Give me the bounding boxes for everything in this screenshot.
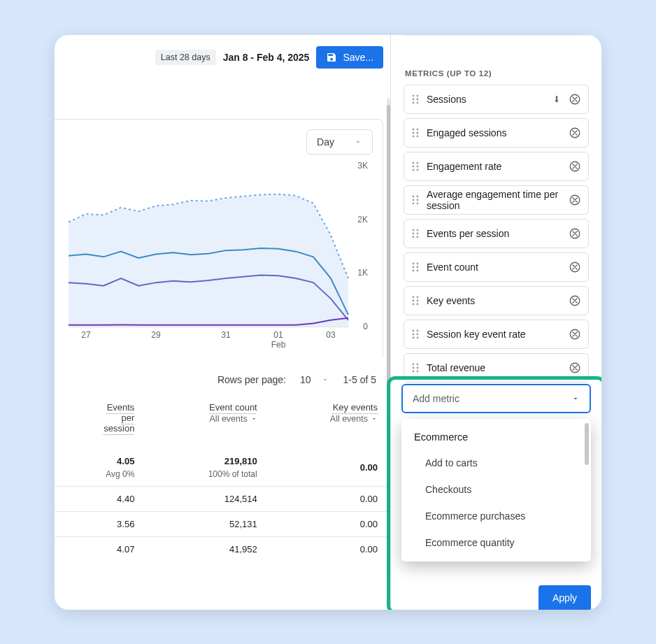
svg-point-30 — [417, 169, 419, 171]
metric-label: Sessions — [427, 94, 543, 105]
table-row[interactable]: 4.40124,5140.00 — [55, 487, 390, 512]
remove-icon[interactable] — [569, 328, 581, 341]
svg-point-19 — [417, 129, 419, 131]
drag-handle-icon[interactable] — [411, 262, 420, 272]
svg-point-49 — [417, 266, 419, 269]
menu-option[interactable]: Checkouts — [401, 476, 591, 503]
svg-point-34 — [413, 199, 415, 201]
remove-icon[interactable] — [569, 194, 581, 206]
svg-point-16 — [417, 102, 419, 104]
svg-point-69 — [413, 367, 415, 369]
rows-per-page-select[interactable]: 10 — [300, 374, 329, 385]
menu-option[interactable]: Ecommerce purchases — [401, 503, 591, 529]
svg-point-54 — [417, 296, 419, 299]
chevron-down-icon — [354, 138, 362, 146]
svg-point-21 — [417, 132, 419, 134]
metric-label: Events per session — [427, 228, 562, 239]
svg-point-58 — [417, 303, 419, 306]
svg-point-13 — [413, 99, 415, 101]
svg-point-70 — [417, 367, 419, 369]
svg-point-41 — [413, 233, 415, 235]
metric-pill[interactable]: Sessions — [404, 85, 589, 114]
remove-icon[interactable] — [569, 227, 581, 240]
svg-point-61 — [417, 330, 419, 332]
metric-pill[interactable]: Key events — [404, 286, 589, 315]
apply-button[interactable]: Apply — [539, 585, 591, 610]
chart-card: Day 01K2K3K 27293101Feb03 — [55, 119, 383, 357]
drag-handle-icon[interactable] — [411, 195, 420, 205]
column-header[interactable]: Event countAll events — [147, 398, 269, 438]
metric-pill[interactable]: Engagement rate — [404, 152, 589, 181]
metric-pill[interactable]: Average engagement time per session — [404, 185, 589, 215]
svg-point-40 — [417, 229, 419, 231]
svg-point-64 — [413, 337, 415, 339]
chevron-down-icon — [371, 415, 378, 422]
drag-handle-icon[interactable] — [411, 229, 420, 238]
drag-handle-icon[interactable] — [411, 162, 420, 171]
svg-point-56 — [417, 300, 419, 302]
svg-point-55 — [413, 300, 415, 302]
table-row[interactable]: 4.0741,9520.00 — [55, 537, 390, 562]
svg-text:3K: 3K — [357, 162, 368, 171]
metric-pill[interactable]: Session key event rate — [404, 320, 589, 349]
metric-pill[interactable]: Engaged sessions — [404, 118, 589, 148]
svg-point-39 — [413, 229, 415, 231]
metric-label: Engaged sessions — [427, 127, 562, 138]
svg-point-51 — [417, 270, 419, 272]
menu-option[interactable]: Add to carts — [401, 450, 591, 476]
add-metric-menu[interactable]: Ecommerce Add to cartsCheckoutsEcommerce… — [401, 419, 591, 561]
column-header[interactable]: Eventspersession — [55, 398, 147, 438]
table-row[interactable]: 3.5652,1310.00 — [55, 512, 390, 537]
svg-point-43 — [413, 236, 415, 238]
svg-text:31: 31 — [221, 330, 231, 340]
svg-text:03: 03 — [326, 330, 336, 340]
drag-handle-icon[interactable] — [411, 94, 420, 104]
chevron-down-icon — [321, 375, 329, 384]
rows-per-page-label: Rows per page: — [218, 374, 286, 385]
metric-label: Session key event rate — [427, 329, 562, 340]
svg-point-63 — [417, 334, 419, 336]
menu-scrollbar[interactable] — [585, 423, 589, 465]
remove-icon[interactable] — [569, 362, 581, 374]
granularity-select[interactable]: Day — [306, 129, 373, 155]
svg-point-27 — [413, 166, 415, 168]
remove-icon[interactable] — [569, 93, 581, 106]
remove-icon[interactable] — [569, 294, 581, 307]
svg-text:1K: 1K — [357, 268, 368, 278]
drag-handle-icon[interactable] — [411, 128, 420, 138]
date-range-text[interactable]: Jan 8 - Feb 4, 2025 — [223, 52, 310, 63]
svg-point-67 — [413, 364, 415, 366]
svg-point-42 — [417, 233, 419, 235]
svg-point-32 — [413, 196, 415, 198]
chevron-down-icon — [250, 415, 257, 422]
svg-point-46 — [413, 263, 415, 265]
date-range-chip[interactable]: Last 28 days — [155, 50, 216, 65]
remove-icon[interactable] — [569, 127, 581, 139]
svg-point-28 — [417, 166, 419, 168]
drag-handle-icon[interactable] — [411, 296, 420, 306]
svg-point-25 — [413, 162, 415, 164]
save-icon — [326, 52, 337, 63]
drag-handle-icon[interactable] — [411, 363, 420, 373]
svg-point-20 — [413, 132, 415, 134]
metric-pill[interactable]: Event count — [404, 252, 589, 282]
sort-desc-icon[interactable] — [552, 94, 562, 104]
svg-point-44 — [417, 236, 419, 238]
remove-icon[interactable] — [569, 261, 581, 273]
metric-pill[interactable]: Events per session — [404, 219, 589, 248]
metric-label: Average engagement time per session — [427, 189, 562, 211]
drag-handle-icon[interactable] — [411, 329, 420, 339]
svg-text:2K: 2K — [357, 215, 368, 224]
column-header[interactable]: Key eventsAll events — [270, 398, 390, 438]
menu-option[interactable]: Ecommerce quantity — [401, 529, 591, 556]
svg-point-26 — [417, 162, 419, 164]
save-button[interactable]: Save... — [316, 46, 383, 69]
remove-icon[interactable] — [569, 160, 581, 173]
metrics-section-title: Metrics (up to 12) — [404, 35, 589, 85]
svg-point-15 — [413, 102, 415, 104]
data-table: EventspersessionEvent countAll events Ke… — [55, 398, 390, 561]
svg-point-53 — [413, 296, 415, 299]
menu-group-label: Ecommerce — [401, 429, 591, 450]
svg-point-18 — [413, 129, 415, 131]
add-metric-select[interactable]: Add metric — [401, 384, 591, 413]
